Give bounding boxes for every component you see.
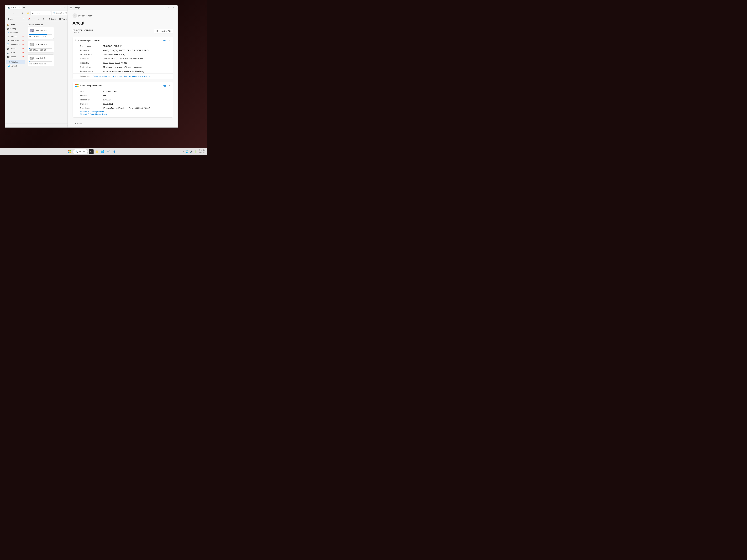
view-chevron: ▾ xyxy=(66,18,67,20)
maximize-button[interactable]: □ xyxy=(63,6,67,9)
refresh-button[interactable]: ↻ xyxy=(21,11,25,15)
sidebar-item-documents[interactable]: 📄 Documents 📌 xyxy=(6,43,25,47)
settings-maximize[interactable]: □ xyxy=(167,6,171,9)
svg-point-8 xyxy=(32,58,33,59)
cut-button[interactable]: ✂ xyxy=(17,17,21,21)
up-button[interactable]: ↑ xyxy=(16,11,20,15)
taskbar-icon-store[interactable]: 🛒 xyxy=(106,149,111,154)
settings-close[interactable]: ✕ xyxy=(172,6,176,9)
spec-value-product-id: 00330-80000-00000-AAB48 xyxy=(103,62,170,64)
device-specs-copy-button[interactable]: Copy xyxy=(161,39,168,42)
device-specs-chevron[interactable]: ∧ xyxy=(169,39,170,42)
forward-button[interactable]: → xyxy=(11,11,15,15)
windows-specs-title: Windows specifications xyxy=(80,84,102,87)
taskbar-icon-edge[interactable]: 🌐 xyxy=(100,149,105,154)
ms-software-link[interactable]: Microsoft Software License Terms xyxy=(73,113,173,115)
sidebar-item-home[interactable]: 🏠 Home xyxy=(6,23,25,26)
drive-c[interactable]: Local Disk (C:) 84.7 GB free of 110 GB xyxy=(28,27,54,39)
devices-section-header: Devices and drives xyxy=(28,24,71,26)
rename-pc-button[interactable]: Rename this PC xyxy=(154,29,173,33)
view-button[interactable]: ▦ View ▾ xyxy=(58,17,68,21)
downloads-icon: ⬇ xyxy=(7,39,9,42)
sidebar-item-this-pc[interactable]: ∨ 💻 This PC xyxy=(6,60,25,64)
sidebar-item-onedrive[interactable]: › ☁ OneDrive xyxy=(6,31,25,34)
sidebar-item-gallery[interactable]: 🖼 Gallery xyxy=(6,27,25,30)
delete-button[interactable]: 🗑 xyxy=(42,17,46,21)
spec-label-pen-touch: Pen and touch xyxy=(80,70,100,73)
sidebar-label-downloads: Downloads xyxy=(10,39,19,42)
tray-battery-icon[interactable]: 🔋 xyxy=(194,150,198,153)
sidebar-label-desktop: Desktop xyxy=(10,35,17,37)
taskbar-icon-settings[interactable]: ⚙ xyxy=(112,149,117,154)
spec-label-ram: Installed RAM xyxy=(80,53,100,56)
clock-date: 3/4/2024 xyxy=(199,152,205,154)
spec-label-edition: Edition xyxy=(80,90,100,92)
sidebar-item-music[interactable]: 🎵 Music 📌 xyxy=(6,51,25,55)
spec-label-processor: Processor xyxy=(80,49,100,52)
windows-specs-copy-button[interactable]: Copy xyxy=(161,84,168,87)
spec-row-os-build: OS build 22631.2861 xyxy=(73,102,173,106)
drive-c-info: 84.7 GB free of 110 GB xyxy=(29,35,52,37)
breadcrumb-system[interactable]: System xyxy=(78,15,85,17)
network-icon: 🌐 xyxy=(8,65,10,67)
device-specs-header-left: ℹ Device specifications xyxy=(75,39,100,42)
settings-back-button[interactable]: ← xyxy=(73,14,77,18)
settings-window: ☰ Settings ─ □ ✕ ← System › About About … xyxy=(68,5,178,128)
related-links-label: Related links xyxy=(80,75,90,77)
rename-button[interactable]: ✏ xyxy=(32,17,36,21)
spec-label-device-name: Device name xyxy=(80,45,100,47)
start-button[interactable] xyxy=(67,149,72,154)
spec-row-system-type: System type 64-bit operating system, x64… xyxy=(73,65,173,69)
address-box[interactable]: This PC › xyxy=(30,11,51,15)
related-link-domain[interactable]: Domain or workgroup xyxy=(93,75,110,77)
windows-specs-header: Windows specifications Copy ∧ xyxy=(73,82,173,89)
sidebar-item-pictures[interactable]: 🖼 Pictures 📌 xyxy=(6,47,25,51)
settings-minimize[interactable]: ─ xyxy=(163,6,166,9)
copy-icon: 📋 xyxy=(22,18,25,20)
windows-specs-chevron[interactable]: ∧ xyxy=(169,84,170,87)
drive-e-header: Local Disk (E:) xyxy=(29,56,52,60)
sidebar-item-network[interactable]: › 🌐 Network xyxy=(6,64,25,68)
new-button[interactable]: ⊕ New xyxy=(6,17,15,21)
related-link-protection[interactable]: System protection xyxy=(112,75,127,77)
explorer-toolbar: ⊕ New ✂ 📋 📌 ✏ ↗ 🗑 ⇅ Sort ▾ ▦ View ▾ ... xyxy=(5,16,73,22)
copy-button[interactable]: 📋 xyxy=(21,17,26,21)
logo-blue xyxy=(68,152,69,153)
explorer-tab-close[interactable]: ✕ xyxy=(18,6,20,9)
new-icon: ⊕ xyxy=(7,18,9,20)
share-button[interactable]: ↗ xyxy=(37,17,41,21)
sidebar-item-desktop[interactable]: 🖥 Desktop 📌 xyxy=(6,34,25,38)
taskbar-icon-l[interactable]: L xyxy=(89,149,94,154)
breadcrumb-separator: › xyxy=(86,15,86,17)
explorer-tab[interactable]: 💻 This PC ✕ xyxy=(6,6,22,9)
drive-d-name: Local Disk (D:) xyxy=(35,44,47,45)
related-link-advanced[interactable]: Advanced system settings xyxy=(129,75,150,77)
related-section: Related xyxy=(73,120,173,127)
settings-menu-icon[interactable]: ☰ xyxy=(70,6,72,9)
minimize-button[interactable]: ─ xyxy=(58,6,62,9)
sort-chevron: ▾ xyxy=(55,18,56,20)
thispc-icon: 💻 xyxy=(8,61,11,63)
sidebar-item-videos[interactable]: 🎬 Videos 📌 xyxy=(6,55,25,59)
drive-d[interactable]: Local Disk (D:) 931 GB free of 931 GB xyxy=(28,41,54,52)
location-button[interactable]: 📁 xyxy=(26,11,30,15)
pin-icon-music: 📌 xyxy=(22,52,24,53)
taskbar-icon-explorer[interactable]: 📁 xyxy=(95,149,99,154)
sort-button[interactable]: ⇅ Sort ▾ xyxy=(48,17,57,21)
new-tab-button[interactable]: + xyxy=(22,6,26,9)
spec-label-installed-on: Installed on xyxy=(80,99,100,101)
logo-green xyxy=(70,150,71,152)
ms-services-link[interactable]: Microsoft Services Agreement xyxy=(73,110,173,113)
paste-button[interactable]: 📌 xyxy=(27,17,31,21)
tray-chevron-icon[interactable]: ∧ xyxy=(182,150,184,153)
tray-volume-icon[interactable]: 🔊 xyxy=(189,150,193,153)
back-button[interactable]: ← xyxy=(6,11,10,15)
taskbar-search[interactable]: 🔍 Search xyxy=(73,149,88,154)
spec-value-installed-on: 2/29/2024 xyxy=(103,99,170,101)
sidebar-item-downloads[interactable]: ⬇ Downloads 📌 xyxy=(6,38,25,43)
taskbar-clock[interactable]: 2:15 AM 3/4/2024 xyxy=(199,149,205,154)
logo-yellow xyxy=(70,152,71,153)
spec-value-device-name: DESKTOP-1G2BRHP xyxy=(103,45,170,47)
drive-e[interactable]: Local Disk (E:) 238 GB free of 238 GB xyxy=(28,54,54,66)
tray-network-icon[interactable]: 🌐 xyxy=(185,150,189,153)
